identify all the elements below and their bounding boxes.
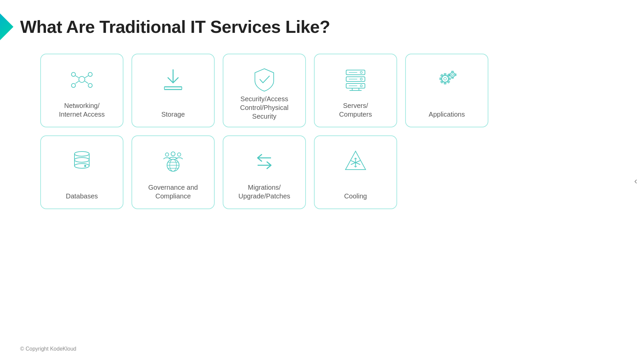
card-servers: Servers/Computers [314,54,397,127]
page-title: What Are Traditional IT Services Like? [20,17,330,37]
svg-point-0 [79,76,85,82]
svg-point-36 [450,72,455,77]
svg-line-8 [85,81,88,83]
card-databases: Databases [40,135,123,209]
cooling-icon [340,146,371,176]
nav-back-button[interactable]: ‹ [634,176,637,186]
svg-rect-40 [449,74,450,76]
svg-point-1 [71,72,75,76]
network-icon [67,64,97,95]
page-header: What Are Traditional IT Services Like? [0,0,644,47]
footer-copyright: © Copyright KodeKloud [20,346,76,352]
svg-point-57 [177,153,181,156]
cards-grid: Networking/Internet Access Storage [0,47,644,216]
svg-point-48 [74,164,89,168]
svg-point-49 [85,165,86,167]
svg-point-27 [444,77,446,80]
servers-icon [340,64,371,95]
svg-rect-41 [455,74,456,76]
migrations-icon [249,146,279,176]
card-applications: Applications [405,54,488,127]
card-migrations: Migrations/Upgrade/Patches [223,135,306,209]
svg-point-37 [451,74,453,76]
card-migrations-label: Migrations/Upgrade/Patches [238,183,290,200]
svg-line-6 [85,76,88,78]
card-networking: Networking/Internet Access [40,54,123,127]
svg-line-5 [75,76,79,78]
card-governance-label: Governance andCompliance [148,183,198,200]
card-security: Security/AccessControl/PhysicalSecurity [223,54,306,127]
svg-point-15 [360,71,362,73]
svg-point-45 [74,158,89,162]
svg-line-7 [75,81,79,83]
card-databases-label: Databases [66,192,98,200]
storage-icon [158,64,188,95]
svg-rect-31 [448,78,450,80]
svg-rect-34 [440,80,443,83]
svg-rect-28 [444,73,446,75]
applications-icon [432,64,462,95]
governance-icon [158,146,188,176]
card-governance: Governance andCompliance [131,135,215,209]
card-servers-label: Servers/Computers [339,101,372,119]
svg-rect-39 [451,77,453,78]
card-applications-label: Applications [429,110,465,119]
databases-icon [67,146,97,176]
card-security-label: Security/AccessControl/PhysicalSecurity [240,95,289,121]
svg-point-4 [88,83,92,87]
security-icon [249,64,279,95]
card-cooling: Cooling [314,135,397,209]
card-cooling-label: Cooling [344,192,367,200]
svg-rect-29 [444,82,446,84]
svg-point-18 [360,78,362,80]
svg-rect-38 [451,71,453,72]
copyright-text: © Copyright KodeKloud [20,346,76,352]
svg-point-3 [71,83,75,87]
svg-point-56 [165,153,169,156]
svg-point-42 [74,152,89,156]
title-accent [0,13,13,40]
card-storage: Storage [131,54,215,127]
cards-row-1: Networking/Internet Access Storage [40,54,604,127]
svg-point-55 [171,152,175,156]
cards-row-2: Databases [40,135,604,209]
card-storage-label: Storage [161,110,185,119]
svg-rect-30 [440,78,442,80]
card-networking-label: Networking/Internet Access [59,101,105,119]
svg-point-21 [360,85,362,87]
svg-point-2 [88,72,92,76]
